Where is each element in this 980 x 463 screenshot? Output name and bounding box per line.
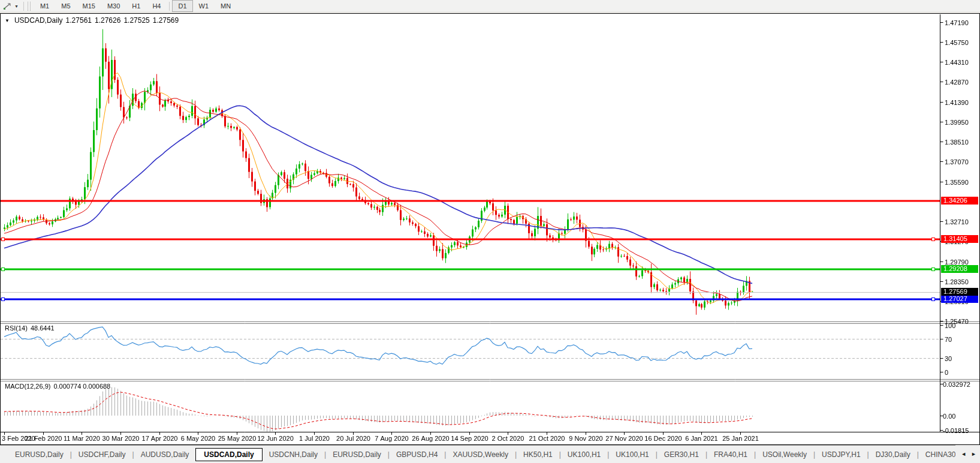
- toolbar-separator: [23, 2, 24, 11]
- symbol-tabs: EURUSD,Daily|USDCHF,Daily|AUDUSD,DailyUS…: [8, 448, 980, 461]
- tab-eurusd-daily[interactable]: EURUSD,Daily: [326, 449, 388, 461]
- tab-scroll-right-icon[interactable]: ►: [971, 451, 976, 457]
- tab-scroll-left-icon[interactable]: ◄: [961, 451, 966, 457]
- toolbar-separator: [169, 2, 170, 11]
- tab-dj30-daily[interactable]: DJ30,Daily: [869, 449, 917, 461]
- tab-eurusd-daily[interactable]: EURUSD,Daily: [8, 449, 70, 461]
- rsi-indicator-label: RSI(14)48.6441: [5, 324, 58, 332]
- ohlc-open: 1.27561: [66, 16, 92, 25]
- chart-window: ▼USDCAD,Daily1.275611.276261.275251.2756…: [0, 13, 980, 445]
- macd-values: 0.000774 0.000688: [53, 383, 110, 390]
- rsi-value: 48.6441: [31, 324, 55, 332]
- tab-usdcnh-daily[interactable]: USDCNH,Daily: [263, 449, 324, 461]
- symbol-tab-bar: EURUSD,Daily|USDCHF,Daily|AUDUSD,DailyUS…: [0, 445, 980, 463]
- tab-uk100-h1[interactable]: UK100,H1: [609, 449, 655, 461]
- timeframe-button-mn[interactable]: MN: [215, 0, 237, 12]
- tab-usdchf-daily[interactable]: USDCHF,Daily: [72, 449, 132, 461]
- timeframe-button-m1[interactable]: M1: [34, 0, 55, 12]
- timeframe-button-m15[interactable]: M15: [77, 0, 101, 12]
- tab-xauusd-weekly[interactable]: XAUUSD,Weekly: [446, 449, 514, 461]
- level-price-label-1.31405: 1.31405: [941, 235, 978, 243]
- timeframe-button-h1[interactable]: H1: [126, 0, 146, 12]
- timeframe-toolbar: ▼ M1M5M15M30H1H4D1W1MN: [0, 0, 980, 13]
- timeframe-button-h4[interactable]: H4: [146, 0, 167, 12]
- timeframe-button-m5[interactable]: M5: [55, 0, 76, 12]
- tab-scroll-arrows: ◄ ►: [955, 445, 980, 463]
- current-price-label: 1.27569: [941, 288, 978, 296]
- tab-usdcad-daily[interactable]: USDCAD,Daily: [195, 448, 262, 461]
- toolbar-drag-grip[interactable]: [28, 2, 31, 11]
- tab-hk50-h1[interactable]: HK50,H1: [517, 449, 559, 461]
- tool-dropdown-caret[interactable]: ▼: [14, 4, 19, 8]
- symbol-timeframe-title: USDCAD,Daily: [14, 16, 63, 25]
- tab-uk100-h1[interactable]: UK100,H1: [561, 449, 607, 461]
- rsi-name: RSI(14): [5, 324, 28, 332]
- tab-fra40-h1[interactable]: FRA40,H1: [707, 449, 754, 461]
- trading-terminal: ▼ M1M5M15M30H1H4D1W1MN ▼USDCAD,Daily1.27…: [0, 0, 980, 463]
- collapse-caret-icon[interactable]: ▼: [5, 18, 10, 23]
- macd-indicator-label: MACD(12,26,9)0.000774 0.000688: [5, 383, 113, 390]
- tab-usoil-weekly[interactable]: USOil,Weekly: [756, 449, 813, 461]
- timeframe-button-w1[interactable]: W1: [193, 0, 215, 12]
- level-price-label-1.29208: 1.29208: [941, 265, 978, 273]
- tab-ger30-h1[interactable]: GER30,H1: [658, 449, 705, 461]
- timeframe-button-m30[interactable]: M30: [101, 0, 126, 12]
- ohlc-high: 1.27626: [95, 16, 120, 25]
- tab-audusd-daily[interactable]: AUDUSD,Daily: [134, 449, 196, 461]
- tab-gbpusd-h4[interactable]: GBPUSD,H4: [390, 449, 444, 461]
- ohlc-close: 1.27569: [153, 16, 179, 25]
- level-price-label-1.27027: 1.27027: [941, 295, 978, 303]
- level-price-label-1.34206: 1.34206: [941, 197, 978, 205]
- ohlc-low: 1.27525: [123, 16, 149, 25]
- timeframe-button-d1[interactable]: D1: [172, 0, 192, 12]
- chart-symbol-header: ▼USDCAD,Daily1.275611.276261.275251.2756…: [5, 16, 179, 25]
- tab-usdjpy-h1[interactable]: USDJPY,H1: [815, 449, 867, 461]
- price-chart-canvas[interactable]: [0, 13, 980, 445]
- timeframe-buttons: M1M5M15M30H1H4D1W1MN: [34, 0, 237, 12]
- macd-name: MACD(12,26,9): [5, 383, 50, 390]
- trendline-tool-icon[interactable]: [2, 2, 13, 11]
